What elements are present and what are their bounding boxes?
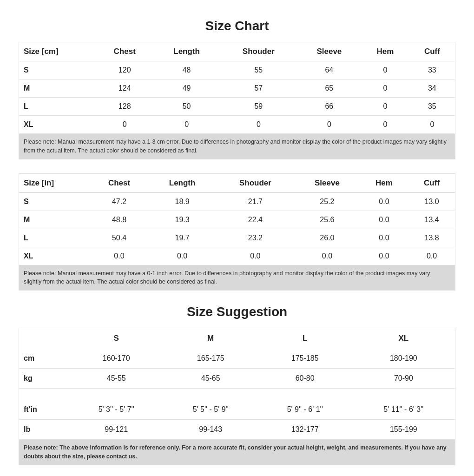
suggestion-col-l: L: [258, 328, 352, 349]
cm-header-row: Size [cm] Chest Length Shouder Sleeve He…: [19, 42, 455, 61]
cm-cell-hem: 0: [361, 116, 409, 134]
in-col-hem: Hem: [360, 174, 409, 193]
table-row: XL0.00.00.00.00.00.0: [19, 247, 455, 265]
in-col-sleeve: Sleeve: [295, 174, 359, 193]
in-cell-shouder: 21.7: [216, 192, 295, 211]
suggestion-table: S M L XL cm160-170165-175175-185180-190k…: [19, 328, 455, 465]
cm-cell-sleeve: 65: [297, 79, 361, 98]
cm-cell-sleeve: 66: [297, 98, 361, 116]
suggestion-cell-0: 5' 3'' - 5' 7'': [69, 400, 164, 420]
suggestion-cell-1: 165-175: [164, 349, 258, 369]
suggestion-cell-1: 99-143: [164, 420, 258, 440]
in-cell-sleeve: 25.2: [295, 192, 359, 211]
in-cell-size: M: [19, 211, 90, 229]
in-cell-length: 19.3: [149, 211, 216, 229]
page-title: Size Chart: [19, 19, 455, 33]
in-cell-cuff: 13.8: [408, 229, 455, 247]
cm-note-row: Please note: Manual measurement may have…: [19, 134, 455, 159]
in-cell-shouder: 22.4: [216, 211, 295, 229]
table-row: XL000000: [19, 116, 455, 134]
cm-cell-sleeve: 64: [297, 61, 361, 79]
table-row: L128505966035: [19, 98, 455, 116]
in-cell-hem: 0.0: [360, 192, 409, 211]
cm-cell-chest: 120: [96, 61, 153, 79]
cm-cell-length: 49: [153, 79, 220, 98]
in-cell-cuff: 13.4: [408, 211, 455, 229]
in-cell-cuff: 13.0: [408, 192, 455, 211]
list-item: lb99-12199-143132-177155-199: [19, 420, 455, 440]
suggestion-cell-3: 70-90: [352, 369, 455, 389]
cm-cell-hem: 0: [361, 98, 409, 116]
cm-cell-size: XL: [19, 116, 96, 134]
suggestion-row-label: ft'in: [19, 400, 69, 420]
in-cell-length: 18.9: [149, 192, 216, 211]
table-row: S120485564033: [19, 61, 455, 79]
cm-cell-sleeve: 0: [297, 116, 361, 134]
cm-col-size: Size [cm]: [19, 42, 96, 61]
list-item: ft'in5' 3'' - 5' 7''5' 5'' - 5' 9''5' 9'…: [19, 400, 455, 420]
cm-cell-shouder: 0: [220, 116, 297, 134]
table-row: L50.419.723.226.00.013.8: [19, 229, 455, 247]
cm-col-cuff: Cuff: [409, 42, 455, 61]
suggestion-note-text: Please note: The above information is fo…: [19, 440, 455, 465]
in-col-length: Length: [149, 174, 216, 193]
table-row: M124495765034: [19, 79, 455, 98]
cm-cell-chest: 0: [96, 116, 153, 134]
spacer-row: [19, 389, 455, 400]
in-cell-sleeve: 26.0: [295, 229, 359, 247]
suggestion-cell-1: 5' 5'' - 5' 9'': [164, 400, 258, 420]
suggestion-col-m: M: [164, 328, 258, 349]
suggestion-cell-2: 132-177: [258, 420, 352, 440]
in-cell-hem: 0.0: [360, 211, 409, 229]
suggestion-cell-3: 180-190: [352, 349, 455, 369]
cm-cell-shouder: 55: [220, 61, 297, 79]
cm-cell-length: 0: [153, 116, 220, 134]
in-cell-hem: 0.0: [360, 229, 409, 247]
suggestion-cell-2: 175-185: [258, 349, 352, 369]
in-cell-size: L: [19, 229, 90, 247]
in-table-wrapper: Size [in] Chest Length Shouder Sleeve He…: [19, 173, 455, 291]
suggestion-header-row: S M L XL: [19, 328, 455, 349]
suggestion-cell-3: 155-199: [352, 420, 455, 440]
suggestion-cell-0: 99-121: [69, 420, 164, 440]
in-size-table: Size [in] Chest Length Shouder Sleeve He…: [19, 174, 455, 291]
in-cell-size: S: [19, 192, 90, 211]
list-item: cm160-170165-175175-185180-190: [19, 349, 455, 369]
in-cell-shouder: 23.2: [216, 229, 295, 247]
in-cell-shouder: 0.0: [216, 247, 295, 265]
cm-cell-length: 50: [153, 98, 220, 116]
in-col-chest: Chest: [90, 174, 148, 193]
in-cell-sleeve: 0.0: [295, 247, 359, 265]
cm-col-hem: Hem: [361, 42, 409, 61]
cm-cell-hem: 0: [361, 61, 409, 79]
cm-cell-chest: 128: [96, 98, 153, 116]
suggestion-row-label: kg: [19, 369, 69, 389]
in-cell-length: 0.0: [149, 247, 216, 265]
suggestion-col-s: S: [69, 328, 164, 349]
cm-cell-length: 48: [153, 61, 220, 79]
cm-col-shouder: Shouder: [220, 42, 297, 61]
suggestion-title: Size Suggestion: [19, 304, 455, 319]
in-cell-size: XL: [19, 247, 90, 265]
list-item: kg45-5545-6560-8070-90: [19, 369, 455, 389]
suggestion-col-label: [19, 328, 69, 349]
cm-col-sleeve: Sleeve: [297, 42, 361, 61]
table-row: M48.819.322.425.60.013.4: [19, 211, 455, 229]
suggestion-cell-2: 5' 9'' - 6' 1'': [258, 400, 352, 420]
cm-cell-chest: 124: [96, 79, 153, 98]
suggestion-row-label: lb: [19, 420, 69, 440]
in-cell-cuff: 0.0: [408, 247, 455, 265]
in-col-size: Size [in]: [19, 174, 90, 193]
cm-cell-shouder: 59: [220, 98, 297, 116]
in-note-row: Please note: Manual measurement may have…: [19, 265, 455, 290]
cm-cell-cuff: 33: [409, 61, 455, 79]
in-cell-sleeve: 25.6: [295, 211, 359, 229]
cm-col-length: Length: [153, 42, 220, 61]
in-cell-chest: 0.0: [90, 247, 148, 265]
suggestion-cell-1: 45-65: [164, 369, 258, 389]
in-note-text: Please note: Manual measurement may have…: [19, 265, 455, 290]
cm-cell-shouder: 57: [220, 79, 297, 98]
table-row: S47.218.921.725.20.013.0: [19, 192, 455, 211]
suggestion-cell-0: 160-170: [69, 349, 164, 369]
cm-cell-hem: 0: [361, 79, 409, 98]
